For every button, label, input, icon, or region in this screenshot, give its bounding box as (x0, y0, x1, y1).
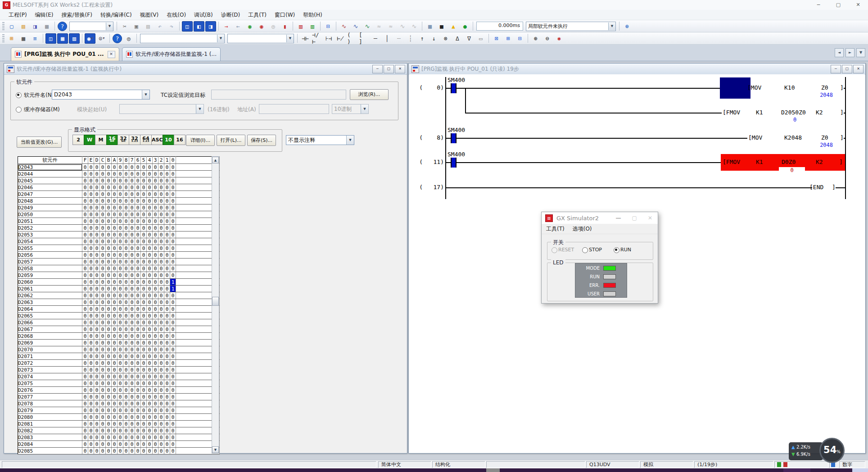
bit-cell[interactable]: 0 (158, 245, 164, 252)
bit-cell[interactable]: 0 (164, 265, 170, 272)
bit-cell[interactable]: 0 (141, 326, 147, 333)
zoom-icon[interactable]: ⊕ (530, 33, 541, 44)
bit-cell[interactable]: 0 (106, 265, 112, 272)
bit-cell[interactable]: 0 (112, 394, 118, 400)
bit-cell[interactable]: 0 (129, 353, 135, 360)
bit-cell[interactable]: 0 (153, 265, 158, 272)
bit-cell[interactable]: 0 (82, 184, 88, 191)
bit-cell[interactable]: 0 (94, 313, 100, 319)
bit-cell[interactable]: 0 (106, 414, 112, 421)
bit-cell[interactable]: 0 (164, 407, 170, 414)
bit-cell[interactable]: 0 (164, 326, 170, 333)
ladder-window-minimize-button[interactable]: ─ (831, 65, 841, 73)
bit-cell[interactable]: 0 (158, 346, 164, 353)
sampling-trace3-icon[interactable]: ∿ (362, 21, 373, 32)
bit-cell[interactable]: 0 (118, 414, 123, 421)
bit-cell[interactable]: 0 (100, 299, 106, 306)
bit-cell[interactable]: 0 (94, 360, 100, 367)
bit-cell[interactable]: 0 (88, 225, 94, 231)
ladder-open-branch-icon[interactable]: ⊦⊣ (323, 33, 334, 44)
bit-cell[interactable]: 0 (153, 394, 158, 400)
bit-cell[interactable]: 0 (112, 299, 118, 306)
bit-cell[interactable]: 0 (100, 427, 106, 434)
toolbar-handle[interactable] (2, 34, 5, 43)
warning-icon[interactable]: ▲ (448, 21, 459, 32)
bit-cell[interactable]: 0 (141, 225, 147, 231)
bit-cell[interactable]: 0 (129, 380, 135, 387)
bit-cell[interactable]: 0 (94, 448, 100, 454)
device-row[interactable]: D205800000000000000000 (18, 265, 220, 272)
bit-cell[interactable]: 0 (147, 434, 153, 441)
bit-cell[interactable]: 0 (164, 448, 170, 454)
bit-cell[interactable]: 0 (123, 421, 129, 427)
bit-cell[interactable]: 0 (94, 333, 100, 340)
bit-cell[interactable]: 0 (118, 346, 123, 353)
bit-cell[interactable]: 0 (147, 326, 153, 333)
bit-cell[interactable]: 0 (129, 319, 135, 326)
ladder-window-titlebar[interactable]: [PRG]监视 执行中 POU_01 (只读) 19步 ─▢✕ (409, 64, 865, 75)
bit-cell[interactable]: 0 (100, 346, 106, 353)
bit-cell[interactable]: 0 (82, 177, 88, 184)
bit-cell[interactable]: 0 (88, 333, 94, 340)
bit-cell[interactable]: 0 (100, 259, 106, 265)
bit-cell[interactable]: 0 (147, 313, 153, 319)
bit-cell[interactable]: 0 (94, 319, 100, 326)
bit-cell[interactable]: 0 (112, 346, 118, 353)
bit-cell[interactable]: 0 (118, 306, 123, 313)
bit-cell[interactable]: 0 (88, 394, 94, 400)
bit-cell[interactable]: 0 (158, 164, 164, 171)
bit-cell[interactable]: 0 (94, 292, 100, 299)
bit-cell[interactable]: 0 (141, 414, 147, 421)
bit-cell[interactable]: 0 (141, 204, 147, 211)
bit-cell[interactable]: 0 (82, 400, 88, 407)
simulator-maximize-button[interactable]: ▢ (632, 215, 637, 221)
bit-cell[interactable]: 0 (141, 434, 147, 441)
bit-cell[interactable]: 0 (135, 427, 141, 434)
bit-cell[interactable]: 0 (164, 367, 170, 373)
bit-cell[interactable]: 0 (153, 380, 158, 387)
bit-cell[interactable]: 0 (94, 265, 100, 272)
device-cell[interactable]: D2052 (18, 225, 82, 231)
device-cell[interactable]: D2048 (18, 198, 82, 204)
bit-cell[interactable]: 0 (158, 204, 164, 211)
bit-cell[interactable]: 0 (106, 259, 112, 265)
bit-cell[interactable]: 0 (153, 225, 158, 231)
device-row[interactable]: D204900000000000000000 (18, 204, 220, 211)
trace-gray-icon[interactable]: ∿ (397, 21, 408, 32)
menu-help[interactable]: 帮助(H) (299, 10, 326, 20)
bit-cell[interactable]: 0 (94, 252, 100, 259)
device-green-icon[interactable]: ▥ (307, 21, 318, 32)
bit-cell[interactable]: 0 (106, 218, 112, 225)
bit-cell[interactable]: 0 (118, 184, 123, 191)
bit-cell[interactable]: 0 (158, 286, 164, 292)
device-cell[interactable]: D2076 (18, 387, 82, 394)
wave2-disabled-icon[interactable]: ≈ (385, 21, 396, 32)
bit-cell[interactable]: 0 (170, 252, 176, 259)
bit-cell[interactable]: 0 (158, 333, 164, 340)
bit-cell[interactable]: 0 (170, 245, 176, 252)
bit-cell[interactable]: 0 (118, 319, 123, 326)
bit-cell[interactable]: 0 (153, 252, 158, 259)
bit-cell[interactable]: 0 (129, 259, 135, 265)
bit-cell[interactable]: 0 (94, 225, 100, 231)
bit-cell[interactable]: 0 (106, 434, 112, 441)
bit-cell[interactable]: 0 (88, 211, 94, 218)
bit-cell[interactable]: 0 (123, 164, 129, 171)
bit-cell[interactable]: 0 (106, 421, 112, 427)
bit-cell[interactable]: 0 (88, 380, 94, 387)
find-target-combo[interactable]: ▼ (140, 34, 225, 43)
bit-cell[interactable]: 0 (88, 326, 94, 333)
ladder-hline-icon[interactable]: ─ (370, 33, 381, 44)
menu-online[interactable]: 在线(O) (163, 10, 190, 20)
device-find-icon[interactable]: ◫ (182, 21, 193, 32)
bit-cell[interactable]: 0 (170, 218, 176, 225)
bit-cell[interactable]: 0 (170, 306, 176, 313)
device-cell[interactable]: D2064 (18, 306, 82, 313)
ladder-coil-icon[interactable]: ( ) (347, 33, 357, 44)
display-settings-icon[interactable]: ✱ (554, 33, 565, 44)
bit-cell[interactable]: 0 (147, 400, 153, 407)
bit-cell[interactable]: 0 (112, 414, 118, 421)
bit-cell[interactable]: 0 (100, 360, 106, 367)
bit-cell[interactable]: 0 (135, 434, 141, 441)
bit-cell[interactable]: 0 (123, 387, 129, 394)
